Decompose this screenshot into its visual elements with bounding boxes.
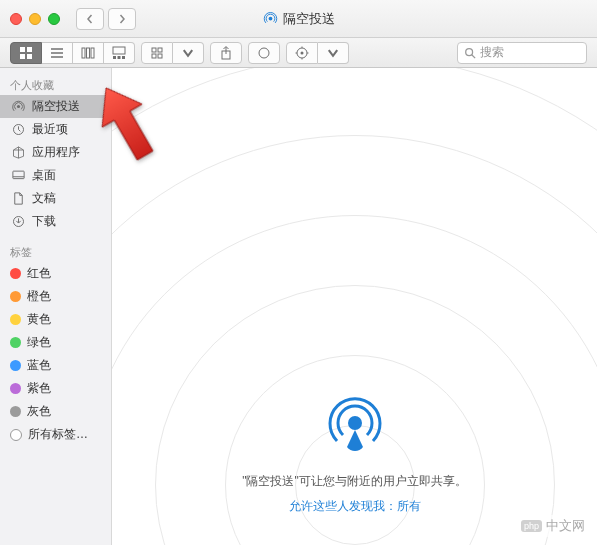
sidebar-item-label: 所有标签…	[28, 426, 88, 443]
sidebar-item-label: 橙色	[27, 288, 51, 305]
sidebar-item-label: 文稿	[32, 190, 56, 207]
view-icon-button[interactable]	[10, 42, 42, 64]
airdrop-icon	[10, 99, 26, 115]
svg-line-29	[472, 54, 475, 57]
downloads-icon	[10, 214, 26, 230]
sidebar-item-label: 隔空投送	[32, 98, 80, 115]
sidebar-item-downloads[interactable]: 下载	[0, 210, 111, 233]
svg-rect-14	[122, 56, 125, 59]
apps-icon	[10, 145, 26, 161]
sidebar-item-label: 红色	[27, 265, 51, 282]
close-icon[interactable]	[10, 13, 22, 25]
action-button[interactable]	[286, 42, 318, 64]
tag-dot-icon	[10, 314, 21, 325]
content-pane: "隔空投送"可让您与附近的用户立即共享。 允许这些人发现我：所有	[112, 68, 597, 545]
svg-point-21	[259, 48, 269, 58]
svg-rect-9	[87, 48, 90, 58]
sidebar-item-label: 绿色	[27, 334, 51, 351]
sidebar-item-label: 黄色	[27, 311, 51, 328]
sidebar-tag-blue[interactable]: 蓝色	[0, 354, 111, 377]
minimize-icon[interactable]	[29, 13, 41, 25]
svg-rect-12	[113, 56, 116, 59]
sidebar-item-label: 下载	[32, 213, 56, 230]
svg-point-28	[466, 48, 473, 55]
share-button[interactable]	[210, 42, 242, 64]
svg-rect-3	[20, 54, 25, 59]
tag-dot-icon	[10, 291, 21, 302]
svg-rect-16	[158, 48, 162, 52]
sidebar-item-label: 灰色	[27, 403, 51, 420]
view-list-button[interactable]	[42, 42, 73, 64]
sidebar-item-label: 紫色	[27, 380, 51, 397]
sidebar-tag-yellow[interactable]: 黄色	[0, 308, 111, 331]
chevron-right-icon	[117, 14, 127, 24]
window-title: 隔空投送	[283, 10, 335, 28]
view-column-button[interactable]	[73, 42, 104, 64]
tag-dot-icon	[10, 337, 21, 348]
toolbar: 搜索	[0, 38, 597, 68]
watermark-icon: php	[521, 520, 542, 532]
watermark-text: 中文网	[546, 517, 585, 535]
tag-dot-icon	[10, 406, 21, 417]
nav-buttons	[76, 8, 136, 30]
sidebar-all-tags[interactable]: 所有标签…	[0, 423, 111, 446]
svg-rect-32	[12, 171, 23, 179]
svg-rect-17	[152, 54, 156, 58]
desktop-icon	[10, 168, 26, 184]
sidebar-item-documents[interactable]: 文稿	[0, 187, 111, 210]
svg-point-30	[16, 105, 19, 108]
watermark: php 中文网	[517, 515, 589, 537]
airdrop-description: "隔空投送"可让您与附近的用户立即共享。	[242, 473, 467, 490]
tags-header: 标签	[0, 241, 111, 262]
airdrop-logo-icon	[323, 391, 387, 459]
back-button[interactable]	[76, 8, 104, 30]
sidebar-item-label: 应用程序	[32, 144, 80, 161]
sidebar-tag-gray[interactable]: 灰色	[0, 400, 111, 423]
svg-point-0	[268, 17, 272, 21]
view-mode-segment	[10, 42, 135, 64]
svg-rect-1	[20, 47, 25, 52]
sidebar-item-applications[interactable]: 应用程序	[0, 141, 111, 164]
sidebar-tag-orange[interactable]: 橙色	[0, 285, 111, 308]
search-icon	[464, 47, 476, 59]
all-tags-icon	[10, 429, 22, 441]
sidebar-tag-purple[interactable]: 紫色	[0, 377, 111, 400]
airdrop-icon	[263, 11, 278, 26]
search-placeholder: 搜索	[480, 44, 504, 61]
favorites-header: 个人收藏	[0, 74, 111, 95]
action-segment	[286, 42, 349, 64]
tag-dot-icon	[10, 360, 21, 371]
svg-rect-11	[113, 47, 125, 54]
svg-rect-8	[82, 48, 85, 58]
tag-dot-icon	[10, 268, 21, 279]
tags-button[interactable]	[248, 42, 280, 64]
forward-button[interactable]	[108, 8, 136, 30]
clock-icon	[10, 122, 26, 138]
view-gallery-button[interactable]	[104, 42, 135, 64]
window-controls	[10, 13, 60, 25]
titlebar: 隔空投送	[0, 0, 597, 38]
action-dropdown[interactable]	[318, 42, 349, 64]
documents-icon	[10, 191, 26, 207]
svg-point-35	[348, 416, 362, 430]
sidebar-item-label: 蓝色	[27, 357, 51, 374]
svg-rect-2	[27, 47, 32, 52]
sidebar-item-desktop[interactable]: 桌面	[0, 164, 111, 187]
sidebar-tag-green[interactable]: 绿色	[0, 331, 111, 354]
tag-dot-icon	[10, 383, 21, 394]
svg-point-23	[301, 51, 304, 54]
sidebar: 个人收藏 隔空投送 最近项 应用程序 桌面 文稿 下载 标签 红色 橙	[0, 68, 112, 545]
arrange-button[interactable]	[141, 42, 173, 64]
svg-rect-13	[118, 56, 121, 59]
chevron-left-icon	[85, 14, 95, 24]
arrange-dropdown[interactable]	[173, 42, 204, 64]
svg-rect-4	[27, 54, 32, 59]
discover-setting-link[interactable]: 允许这些人发现我：所有	[289, 498, 421, 515]
sidebar-tag-red[interactable]: 红色	[0, 262, 111, 285]
sidebar-item-label: 桌面	[32, 167, 56, 184]
maximize-icon[interactable]	[48, 13, 60, 25]
svg-rect-15	[152, 48, 156, 52]
search-input[interactable]: 搜索	[457, 42, 587, 64]
svg-rect-10	[91, 48, 94, 58]
svg-rect-18	[158, 54, 162, 58]
